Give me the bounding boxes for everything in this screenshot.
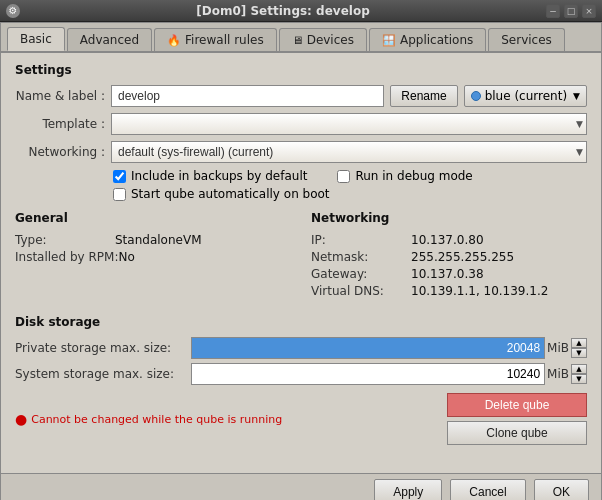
- type-value: StandaloneVM: [115, 233, 201, 247]
- private-storage-down[interactable]: ▼: [571, 348, 587, 358]
- system-storage-up[interactable]: ▲: [571, 364, 587, 374]
- footer: Apply Cancel OK: [1, 473, 601, 500]
- minimize-button[interactable]: −: [546, 4, 560, 18]
- color-picker[interactable]: blue (current) ▼: [464, 85, 587, 107]
- warning-message: ● Cannot be changed while the qube is ru…: [15, 411, 439, 427]
- warning-icon: ●: [15, 411, 27, 427]
- include-backups-label: Include in backups by default: [131, 169, 307, 183]
- include-backups-row: Include in backups by default: [113, 169, 307, 183]
- template-field-label: Template :: [15, 117, 105, 131]
- system-storage-wrap: MiB ▲ ▼: [191, 363, 587, 385]
- run-debug-row: Run in debug mode: [337, 169, 472, 183]
- rename-button[interactable]: Rename: [390, 85, 457, 107]
- color-dot: [471, 91, 481, 101]
- color-dropdown-arrow: ▼: [573, 91, 580, 101]
- vdns-row: Virtual DNS: 10.139.1.1, 10.139.1.2: [311, 284, 587, 298]
- private-storage-label: Private storage max. size:: [15, 341, 185, 355]
- system-storage-down[interactable]: ▼: [571, 374, 587, 384]
- apply-button[interactable]: Apply: [374, 479, 442, 501]
- system-storage-unit: MiB: [547, 367, 569, 381]
- netmask-label: Netmask:: [311, 250, 411, 264]
- bottom-actions: ● Cannot be changed while the qube is ru…: [15, 393, 587, 445]
- private-storage-unit: MiB: [547, 341, 569, 355]
- tab-applications[interactable]: 🪟 Applications: [369, 28, 486, 51]
- disk-section: Disk storage Private storage max. size: …: [15, 315, 587, 445]
- settings-section-title: Settings: [15, 63, 587, 77]
- settings-window: Basic Advanced 🔥 Firewall rules 🖥 Device…: [0, 22, 602, 500]
- warning-text: Cannot be changed while the qube is runn…: [31, 413, 282, 426]
- tab-firewall[interactable]: 🔥 Firewall rules: [154, 28, 277, 51]
- gateway-row: Gateway: 10.137.0.38: [311, 267, 587, 281]
- rpm-label: Installed by RPM:: [15, 250, 118, 264]
- rpm-row: Installed by RPM: No: [15, 250, 291, 264]
- general-column: General Type: StandaloneVM Installed by …: [15, 211, 291, 301]
- private-storage-wrap: MiB ▲ ▼: [191, 337, 587, 359]
- delete-qube-button[interactable]: Delete qube: [447, 393, 587, 417]
- run-debug-checkbox[interactable]: [337, 170, 350, 183]
- ip-row: IP: 10.137.0.80: [311, 233, 587, 247]
- vdns-value: 10.139.1.1, 10.139.1.2: [411, 284, 548, 298]
- gateway-value: 10.137.0.38: [411, 267, 484, 281]
- netmask-value: 255.255.255.255: [411, 250, 514, 264]
- type-row: Type: StandaloneVM: [15, 233, 291, 247]
- type-label: Type:: [15, 233, 115, 247]
- tab-content-basic: Settings Name & label : Rename blue (cur…: [1, 53, 601, 473]
- name-field-label: Name & label :: [15, 89, 105, 103]
- tab-applications-label: Applications: [400, 33, 473, 47]
- tab-services-label: Services: [501, 33, 552, 47]
- name-input[interactable]: [111, 85, 384, 107]
- info-columns: General Type: StandaloneVM Installed by …: [15, 211, 587, 301]
- template-dropdown[interactable]: [111, 113, 587, 135]
- window-controls: − □ ×: [546, 4, 596, 18]
- name-label-row: Name & label : Rename blue (current) ▼: [15, 85, 587, 107]
- rpm-value: No: [118, 250, 134, 264]
- networking-section-title: Networking: [311, 211, 587, 225]
- tab-devices-label: Devices: [307, 33, 354, 47]
- tab-bar: Basic Advanced 🔥 Firewall rules 🖥 Device…: [1, 23, 601, 53]
- tab-services[interactable]: Services: [488, 28, 565, 51]
- system-storage-spinner: ▲ ▼: [571, 364, 587, 384]
- networking-dropdown-wrap: default (sys-firewall) (current) ▼: [111, 141, 587, 163]
- devices-icon: 🖥: [292, 34, 303, 47]
- networking-dropdown[interactable]: default (sys-firewall) (current): [111, 141, 587, 163]
- vdns-label: Virtual DNS:: [311, 284, 411, 298]
- template-dropdown-wrap: ▼: [111, 113, 587, 135]
- system-storage-row: System storage max. size: MiB ▲ ▼: [15, 363, 587, 385]
- tab-devices[interactable]: 🖥 Devices: [279, 28, 367, 51]
- start-auto-label: Start qube automatically on boot: [131, 187, 330, 201]
- start-auto-checkbox[interactable]: [113, 188, 126, 201]
- tab-advanced[interactable]: Advanced: [67, 28, 152, 51]
- tab-firewall-label: Firewall rules: [185, 33, 264, 47]
- ip-label: IP:: [311, 233, 411, 247]
- private-storage-input[interactable]: [191, 337, 545, 359]
- disk-section-title: Disk storage: [15, 315, 587, 329]
- system-storage-input[interactable]: [191, 363, 545, 385]
- app-icon: ⚙: [6, 4, 20, 18]
- ip-value: 10.137.0.80: [411, 233, 484, 247]
- tab-advanced-label: Advanced: [80, 33, 139, 47]
- firewall-icon: 🔥: [167, 34, 181, 47]
- ok-button[interactable]: OK: [534, 479, 589, 501]
- private-storage-spinner: ▲ ▼: [571, 338, 587, 358]
- template-row: Template : ▼: [15, 113, 587, 135]
- action-buttons: Delete qube Clone qube: [447, 393, 587, 445]
- titlebar: ⚙ [Dom0] Settings: develop − □ ×: [0, 0, 602, 22]
- run-debug-label: Run in debug mode: [355, 169, 472, 183]
- applications-icon: 🪟: [382, 34, 396, 47]
- netmask-row: Netmask: 255.255.255.255: [311, 250, 587, 264]
- cancel-button[interactable]: Cancel: [450, 479, 525, 501]
- include-backups-checkbox[interactable]: [113, 170, 126, 183]
- networking-column: Networking IP: 10.137.0.80 Netmask: 255.…: [311, 211, 587, 301]
- general-section-title: General: [15, 211, 291, 225]
- clone-qube-button[interactable]: Clone qube: [447, 421, 587, 445]
- system-storage-label: System storage max. size:: [15, 367, 185, 381]
- close-button[interactable]: ×: [582, 4, 596, 18]
- maximize-button[interactable]: □: [564, 4, 578, 18]
- gateway-label: Gateway:: [311, 267, 411, 281]
- color-label: blue (current): [485, 89, 567, 103]
- tab-basic-label: Basic: [20, 32, 52, 46]
- private-storage-up[interactable]: ▲: [571, 338, 587, 348]
- tab-basic[interactable]: Basic: [7, 27, 65, 51]
- window-title: [Dom0] Settings: develop: [20, 4, 546, 18]
- start-auto-row: Start qube automatically on boot: [113, 187, 587, 201]
